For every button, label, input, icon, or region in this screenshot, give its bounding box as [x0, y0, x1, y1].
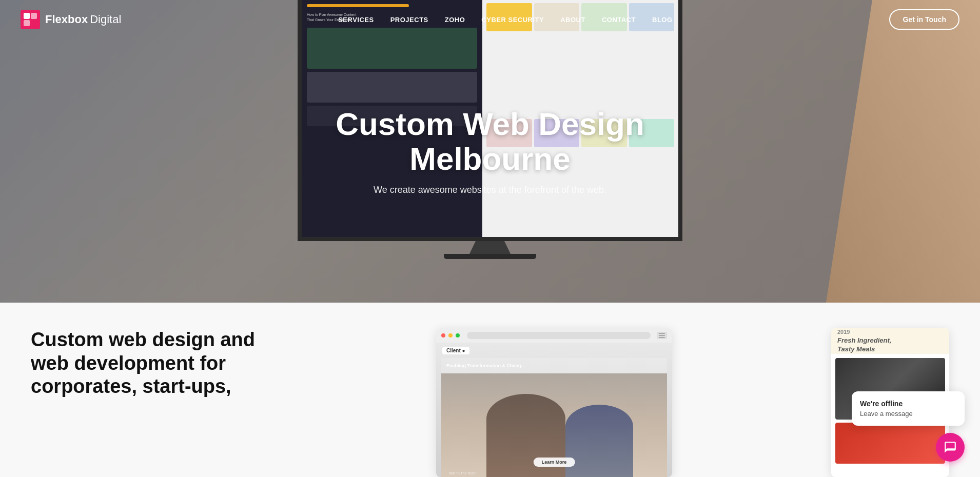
website-card-header: 2019 Fresh Ingredient,Tasty Meals — [831, 328, 949, 354]
site-cta-button[interactable]: Learn More — [534, 458, 575, 467]
nav-item-contact[interactable]: CONTACT — [602, 15, 636, 24]
bottom-title-line2: web development for — [31, 352, 226, 374]
browser-inner: Enabling Transformation & Chang... Learn… — [441, 358, 667, 477]
website-card-title-text: 2019 Fresh Ingredient,Tasty Meals — [837, 328, 891, 354]
nav-item-about[interactable]: ABOUT — [560, 15, 585, 24]
svg-rect-2 — [24, 20, 30, 26]
chat-popup: We're offline Leave a message — [852, 391, 965, 426]
logo-icon — [21, 10, 40, 29]
chat-open-button[interactable] — [936, 433, 965, 462]
navbar: Flexbox Digital SERVICES PROJECTS ZOHO C… — [0, 0, 980, 38]
monitor-base — [444, 254, 536, 259]
browser-bar — [436, 328, 672, 343]
browser-dot-red — [441, 333, 445, 337]
hero-section: How to Plan Awesome ContentThat Grows Yo… — [0, 0, 980, 303]
logo-text: Flexbox Digital — [45, 13, 121, 26]
browser-mockup: Client ● Enabling Transformation & Chang… — [436, 328, 672, 477]
person-right — [565, 405, 633, 477]
svg-rect-3 — [31, 13, 37, 19]
nav-links: SERVICES PROJECTS ZOHO CYBER SECURITY AB… — [338, 15, 672, 24]
monitor-stand — [469, 241, 511, 254]
bottom-left-title: Custom web design and web development fo… — [31, 328, 277, 399]
nav-link-blog[interactable]: BLOG — [652, 16, 673, 24]
logo-link[interactable]: Flexbox Digital — [21, 10, 121, 29]
nav-link-about[interactable]: ABOUT — [560, 16, 585, 24]
nav-link-cyber-security[interactable]: CYBER SECURITY — [481, 16, 544, 24]
hero-text-block: Custom Web Design Melbourne We create aw… — [259, 107, 721, 195]
bottom-title-line3: corporates, start-ups, — [31, 375, 231, 397]
website-card-image-2 — [835, 423, 945, 464]
nav-item-blog[interactable]: BLOG — [652, 15, 673, 24]
svg-rect-0 — [21, 10, 40, 29]
browser-url-bar — [467, 332, 651, 339]
nav-link-services[interactable]: SERVICES — [338, 16, 374, 24]
site-header-bar: Enabling Transformation & Chang... — [441, 358, 667, 373]
nav-item-zoho[interactable]: ZOHO — [445, 15, 465, 24]
chat-widget: We're offline Leave a message — [936, 433, 965, 462]
hero-subtitle: We create awesome websites at the forefr… — [259, 185, 721, 196]
site-talk-text: Talk To The Team — [448, 471, 476, 475]
logo-bold: Flexbox — [45, 13, 88, 26]
chat-icon — [944, 441, 957, 454]
hero-title: Custom Web Design Melbourne — [259, 107, 721, 176]
logo-light: Digital — [90, 13, 121, 26]
nav-item-projects[interactable]: PROJECTS — [390, 15, 428, 24]
chat-message-label: Leave a message — [860, 410, 956, 418]
bottom-title-line1: Custom web design and — [31, 329, 255, 350]
nav-item-services[interactable]: SERVICES — [338, 15, 374, 24]
client-badge: Client ● — [442, 347, 469, 354]
nav-link-contact[interactable]: CONTACT — [602, 16, 636, 24]
people-area: Learn More Talk To The Team — [441, 373, 667, 477]
browser-dot-yellow — [448, 333, 453, 337]
bottom-section: Custom web design and web development fo… — [0, 303, 980, 477]
site-header-text: Enabling Transformation & Chang... — [446, 363, 525, 368]
chat-offline-label: We're offline — [860, 400, 956, 408]
nav-link-zoho[interactable]: ZOHO — [445, 16, 465, 24]
bottom-left-content: Custom web design and web development fo… — [31, 328, 277, 399]
nav-item-cyber-security[interactable]: CYBER SECURITY — [481, 15, 544, 24]
svg-rect-1 — [24, 13, 30, 19]
bottom-center-content: Client ● Enabling Transformation & Chang… — [303, 328, 806, 477]
nav-link-projects[interactable]: PROJECTS — [390, 16, 428, 24]
get-in-touch-button[interactable]: Get in Touch — [889, 9, 959, 30]
browser-menu-icon — [657, 332, 667, 339]
screen-image-2 — [307, 72, 477, 103]
browser-dot-green — [456, 333, 460, 337]
browser-content: Client ● Enabling Transformation & Chang… — [436, 343, 672, 477]
